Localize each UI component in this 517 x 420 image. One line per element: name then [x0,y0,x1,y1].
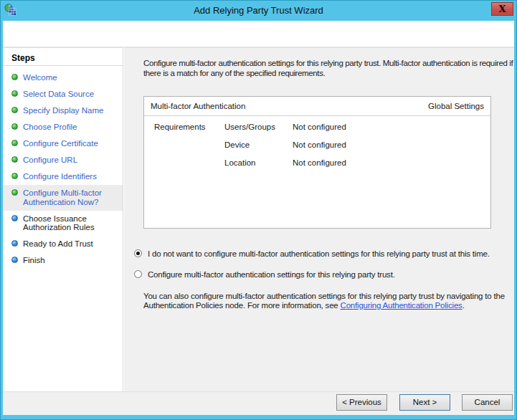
step-pending-icon [11,240,18,247]
close-button[interactable]: X [491,2,513,16]
mfa-panel-title: Multi-factor Authentication [151,102,245,110]
step-done-icon [11,140,18,146]
step-choose-issuance-rules[interactable]: Choose Issuance Authorization Rules [3,211,123,237]
app-icon [4,4,17,16]
step-finish[interactable]: Finish [3,252,123,269]
mfa-settings-panel: Multi-factor Authentication Global Setti… [143,96,491,229]
step-content: Configure multi-factor authentication se… [124,47,514,391]
row-name: Location [224,158,293,167]
steps-list: Welcome Select Data Source Specify Displ… [3,70,123,269]
requirements-label: Requirements [154,123,224,131]
row-value: Not configured [293,140,490,149]
row-name: Device [224,140,293,149]
close-icon: X [498,4,506,14]
step-choose-profile[interactable]: Choose Profile [3,119,123,135]
mfa-row-location: Location Not configured [144,158,490,176]
wizard-window: Add Relying Party Trust Wizard X Steps W… [0,0,517,420]
step-done-icon [11,156,18,163]
step-done-icon [11,123,18,130]
step-ready-to-add-trust[interactable]: Ready to Add Trust [3,236,123,252]
radio-unselected-icon[interactable] [134,270,142,278]
step-done-icon [11,173,18,179]
step-pending-icon [11,257,18,263]
step-configure-identifiers[interactable]: Configure Identifiers [3,168,123,185]
radio-selected-icon[interactable] [134,249,142,257]
titlebar: Add Relying Party Trust Wizard X [1,1,516,21]
radio-configure-mfa[interactable]: Configure multi-factor authentication se… [134,270,510,280]
step-current-icon [11,189,18,196]
step-configure-mfa[interactable]: Configure Multi-factor Authentication No… [3,185,123,211]
row-value: Not configured [293,123,490,131]
previous-button[interactable]: < Previous [336,394,387,411]
intro-text: Configure multi-factor authentication se… [143,58,516,78]
step-configure-certificate[interactable]: Configure Certificate [3,135,123,152]
row-name: Users/Groups [224,123,293,131]
step-done-icon [11,74,18,80]
footer-bar: < Previous Next > Cancel [3,391,514,415]
step-configure-url[interactable]: Configure URL [3,152,123,168]
wizard-body: Steps Welcome Select Data Source Specify… [3,21,514,415]
window-title: Add Relying Party Trust Wizard [44,1,473,20]
cancel-button[interactable]: Cancel [462,394,513,411]
steps-panel: Steps Welcome Select Data Source Specify… [3,47,123,391]
header-band [3,21,514,47]
mfa-row-device: Device Not configured [144,140,490,158]
footnote: You can also configure multi-factor auth… [143,292,513,310]
step-select-data-source[interactable]: Select Data Source [3,86,123,102]
step-done-icon [11,90,18,97]
step-welcome[interactable]: Welcome [3,70,123,86]
steps-heading: Steps [3,48,123,66]
step-pending-icon [11,215,18,221]
next-button[interactable]: Next > [399,394,450,411]
radio-no-mfa[interactable]: I do not want to configure multi-factor … [134,249,510,259]
global-settings-label: Global Settings [428,102,484,110]
step-done-icon [11,107,18,113]
configuring-auth-policies-link[interactable]: Configuring Authentication Policies [341,301,463,310]
mfa-row-users-groups: Requirements Users/Groups Not configured [144,123,490,140]
step-specify-display-name[interactable]: Specify Display Name [3,102,123,119]
row-value: Not configured [293,158,490,167]
